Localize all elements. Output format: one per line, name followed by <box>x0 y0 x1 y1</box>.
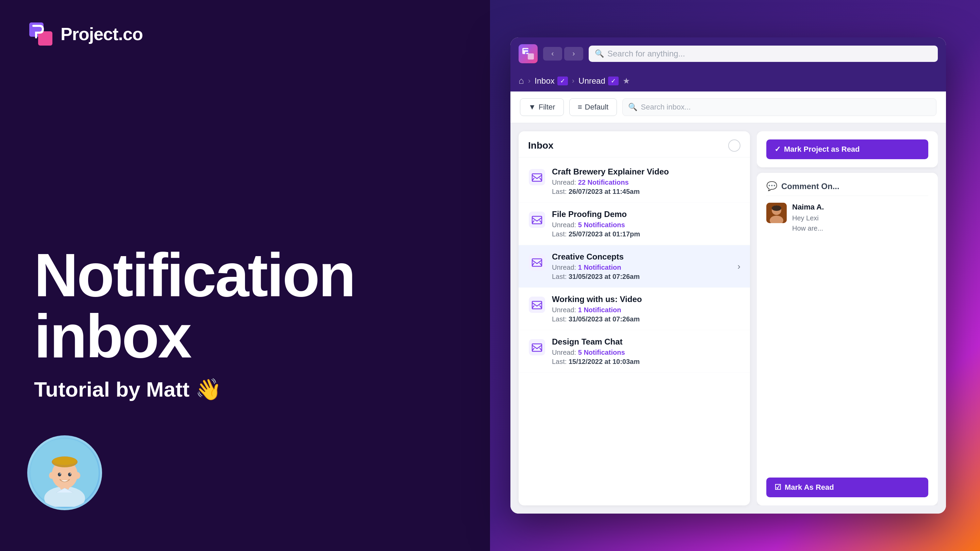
svg-point-13 <box>60 473 61 475</box>
browser-logo-icon <box>519 44 538 63</box>
svg-point-25 <box>772 205 781 211</box>
comment-header: 💬 Comment On... <box>766 181 928 196</box>
svg-rect-20 <box>529 297 545 313</box>
svg-rect-21 <box>529 339 545 356</box>
inbox-item[interactable]: File Proofing Demo Unread: 5 Notificatio… <box>519 203 750 245</box>
inbox-item-info-4: Working with us: Video Unread: 1 Notific… <box>552 295 740 323</box>
check-icon: ✓ <box>775 145 781 154</box>
inbox-item-icon-1 <box>528 168 546 186</box>
comment-card: 💬 Comment On... <box>757 173 938 505</box>
inbox-badge: ✓ <box>557 76 568 86</box>
logo-text: Project.co <box>60 24 143 44</box>
back-button[interactable]: ‹ <box>543 47 562 60</box>
inbox-title: Inbox <box>528 140 554 151</box>
default-button[interactable]: ≡ Default <box>569 98 617 116</box>
breadcrumb-sep-2: › <box>572 76 574 86</box>
svg-point-11 <box>58 473 61 476</box>
svg-point-10 <box>75 472 80 479</box>
avatar-illustration <box>30 439 99 507</box>
comment-body: Naima A. Hey Lexi How are... <box>792 203 928 233</box>
inbox-item-icon-5 <box>528 338 546 356</box>
filter-icon: ▼ <box>528 103 536 111</box>
inbox-item-info-1: Craft Brewery Explainer Video Unread: 22… <box>552 167 740 195</box>
comment-icon: 💬 <box>766 181 777 192</box>
detail-column: ✓ Mark Project as Read 💬 Comment On... <box>757 131 938 505</box>
check-square-icon: ☑ <box>775 483 781 492</box>
logo-area: Project.co <box>27 21 143 48</box>
nav-buttons: ‹ › <box>543 47 583 60</box>
svg-rect-18 <box>529 211 545 228</box>
inbox-item[interactable]: Working with us: Video Unread: 1 Notific… <box>519 288 750 330</box>
comment-item: Naima A. Hey Lexi How are... <box>766 203 928 233</box>
svg-point-8 <box>53 457 76 465</box>
inbox-item-icon-2 <box>528 211 546 229</box>
svg-rect-16 <box>528 53 534 60</box>
inbox-select-all[interactable] <box>728 140 740 152</box>
inbox-item-icon-3 <box>528 253 546 271</box>
inbox-item[interactable]: Design Team Chat Unread: 5 Notifications… <box>519 330 750 373</box>
inbox-search[interactable]: 🔍 Search inbox... <box>622 98 937 116</box>
star-icon[interactable]: ★ <box>623 76 630 86</box>
svg-point-9 <box>49 472 54 479</box>
app-window: ‹ › 🔍 Search for anything... ⌂ › Inbox ✓… <box>511 37 946 514</box>
inbox-item[interactable]: Craft Brewery Explainer Video Unread: 22… <box>519 160 750 203</box>
inbox-items: Craft Brewery Explainer Video Unread: 22… <box>519 157 750 505</box>
wave-emoji: 👋 <box>195 378 221 401</box>
inbox-item-info-3: Creative Concepts Unread: 1 Notification… <box>552 252 731 281</box>
browser-search-text: Search for anything... <box>608 49 685 59</box>
browser-search-bar[interactable]: 🔍 Search for anything... <box>589 46 938 62</box>
main-content: ▼ Filter ≡ Default 🔍 Search inbox... Inb <box>511 92 946 514</box>
inbox-item-info-5: Design Team Chat Unread: 5 Notifications… <box>552 337 740 366</box>
svg-point-14 <box>70 473 71 475</box>
hero-content: Notification inbox Tutorial by Matt 👋 <box>34 218 456 402</box>
avatar-area <box>27 435 102 510</box>
mark-project-card: ✓ Mark Project as Read <box>757 131 938 167</box>
toolbar: ▼ Filter ≡ Default 🔍 Search inbox... <box>511 92 946 123</box>
svg-rect-19 <box>529 254 545 270</box>
right-panel: ‹ › 🔍 Search for anything... ⌂ › Inbox ✓… <box>490 0 980 551</box>
toolbar-search-placeholder: Search inbox... <box>641 103 691 111</box>
search-icon: 🔍 <box>595 49 604 58</box>
inbox-item-active[interactable]: Creative Concepts Unread: 1 Notification… <box>519 245 750 288</box>
mark-as-read-button[interactable]: ☑ Mark As Read <box>766 478 928 497</box>
columns: Inbox <box>511 123 946 514</box>
logo-icon <box>27 21 54 48</box>
hero-subtitle: Tutorial by Matt 👋 <box>34 377 456 402</box>
breadcrumb-bar: ⌂ › Inbox ✓ › Unread ✓ ★ <box>511 70 946 92</box>
breadcrumb-inbox[interactable]: Inbox ✓ <box>535 76 568 86</box>
forward-button[interactable]: › <box>564 47 583 60</box>
left-panel: Project.co Notification inbox Tutorial b… <box>0 0 490 551</box>
browser-chrome: ‹ › 🔍 Search for anything... <box>511 37 946 70</box>
commenter-avatar <box>766 203 787 223</box>
default-icon: ≡ <box>578 103 582 111</box>
inbox-item-info-2: File Proofing Demo Unread: 5 Notificatio… <box>552 210 740 238</box>
toolbar-search-icon: 🔍 <box>628 103 637 111</box>
unread-badge: ✓ <box>608 76 619 86</box>
mark-project-button[interactable]: ✓ Mark Project as Read <box>766 140 928 159</box>
hero-title: Notification inbox <box>34 245 456 367</box>
chevron-right-icon: › <box>737 261 740 272</box>
svg-point-12 <box>68 473 72 476</box>
avatar <box>27 435 102 510</box>
filter-button[interactable]: ▼ Filter <box>520 98 564 116</box>
home-icon[interactable]: ⌂ <box>519 76 524 86</box>
breadcrumb-unread[interactable]: Unread ✓ <box>579 76 619 86</box>
inbox-item-icon-4 <box>528 296 546 314</box>
breadcrumb-sep-1: › <box>528 76 530 86</box>
svg-rect-17 <box>529 169 545 185</box>
inbox-header: Inbox <box>519 131 750 157</box>
inbox-column: Inbox <box>519 131 750 505</box>
